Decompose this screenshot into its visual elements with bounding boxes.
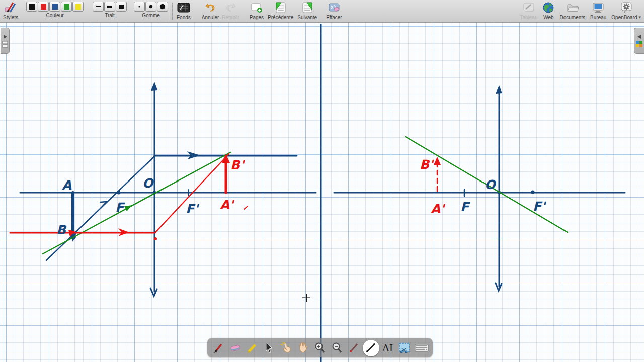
capture-icon <box>398 342 411 354</box>
undo-button[interactable]: Annuler <box>202 2 219 20</box>
pan-tool-button[interactable] <box>295 340 311 356</box>
central-ray-green <box>43 152 230 254</box>
next-page-icon <box>301 2 313 14</box>
stroke-thin-button[interactable] <box>93 2 104 12</box>
color-yellow-button[interactable] <box>72 2 84 12</box>
label-B-prime: B' <box>230 158 245 172</box>
pens-icon <box>4 2 18 14</box>
backgrounds-icon <box>177 2 190 14</box>
text-tool-glyph: AI <box>382 342 393 353</box>
crosshair-cursor <box>302 294 310 302</box>
board-mode-button[interactable]: Tableau <box>520 2 537 20</box>
expand-right-icon <box>3 34 8 39</box>
pen-icon <box>212 342 224 354</box>
right-label-F: F <box>460 200 470 214</box>
left-lens-up-arrow <box>151 82 157 90</box>
next-page-button[interactable]: Suivante <box>297 2 317 20</box>
separator <box>172 3 173 20</box>
eraser-tool-button[interactable] <box>227 340 244 356</box>
redo-button[interactable]: Rétablir <box>222 2 239 20</box>
left-lens-diagram: A B O F F' B' A' <box>10 82 316 296</box>
right-lens-diagram: O F F' B' A' <box>334 85 625 291</box>
label-B: B <box>56 223 67 237</box>
pages-button[interactable]: Pages <box>250 2 264 20</box>
marker-tool-button[interactable] <box>244 340 261 356</box>
top-toolbar: Stylets Couleur Trait <box>0 0 644 23</box>
pen-tool-button[interactable] <box>210 340 226 356</box>
eraser-medium-button[interactable] <box>145 2 156 12</box>
previous-page-icon <box>275 2 287 14</box>
globe-icon <box>542 2 554 14</box>
zoom-out-icon <box>331 342 343 354</box>
line-tool-button[interactable] <box>363 340 379 356</box>
marker-icon <box>246 342 258 354</box>
documents-button[interactable]: Documents <box>559 2 585 20</box>
color-green-button[interactable] <box>61 2 72 12</box>
cursor-arrow-icon <box>264 342 274 353</box>
label-A-prime: A' <box>220 198 234 212</box>
right-label-A-prime: A' <box>431 202 445 216</box>
zoom-in-tool-button[interactable] <box>311 340 328 356</box>
pointing-finger-icon <box>280 341 293 354</box>
incident-ray-arrowhead <box>100 202 107 208</box>
zoom-in-icon <box>314 342 326 354</box>
right-lens-up-arrow <box>496 85 502 94</box>
stylus-palette: AI <box>207 338 433 357</box>
stroke-medium-button[interactable] <box>104 2 115 12</box>
capture-tool-button[interactable] <box>396 340 413 356</box>
color-black-button[interactable] <box>26 2 37 12</box>
stroke-thick-button[interactable] <box>116 2 127 12</box>
expand-left-icon <box>637 34 642 39</box>
yellow-swatch <box>75 4 81 10</box>
erase-all-button[interactable]: Effacer <box>326 2 342 20</box>
web-button[interactable]: Web <box>542 2 554 20</box>
right-label-F-prime: F' <box>533 199 546 214</box>
red-swatch <box>41 4 46 10</box>
keyboard-tool-button[interactable] <box>414 340 430 356</box>
library-drawer-tab[interactable] <box>634 28 644 54</box>
label-O: O <box>142 176 154 191</box>
laser-pointer-icon <box>348 342 360 354</box>
stroke-width-group: Trait <box>93 2 127 18</box>
selector-tool-button[interactable] <box>261 340 277 356</box>
undo-icon <box>204 2 217 14</box>
eraser-small-button[interactable] <box>134 2 145 12</box>
eraser-size-group: Gomme <box>134 2 168 18</box>
folder-icon <box>566 2 579 14</box>
label-A: A <box>62 178 72 193</box>
erase-all-icon <box>328 2 341 14</box>
page-list-icon <box>2 41 8 48</box>
text-tool-button[interactable]: AI <box>379 340 396 356</box>
laser-tool-button[interactable] <box>346 340 362 356</box>
black-swatch <box>29 4 35 10</box>
library-mini-icons <box>636 41 642 47</box>
label-F-prime: F' <box>186 202 199 216</box>
zoom-out-tool-button[interactable] <box>329 340 345 356</box>
previous-page-button[interactable]: Précédente <box>268 2 293 20</box>
right-Fprime-dot <box>531 191 535 194</box>
redo-icon <box>224 2 237 14</box>
ink-layer: A B O F F' B' A' O F F' B' A' <box>0 0 644 362</box>
left-drawer-tab[interactable] <box>1 28 10 54</box>
eraser-large-button[interactable] <box>157 2 168 12</box>
color-group: Couleur <box>26 2 84 18</box>
board-icon <box>522 2 535 14</box>
red-dot-under-lens <box>154 237 157 240</box>
openboard-window: A B O F F' B' A' O F F' B' A' <box>0 0 644 362</box>
line-icon <box>365 342 377 354</box>
desktop-button[interactable]: Bureau <box>590 2 606 20</box>
openboard-caret-icon: ▾ <box>638 15 641 20</box>
color-blue-button[interactable] <box>49 2 60 12</box>
backgrounds-button[interactable]: Fonds <box>177 2 191 20</box>
openboard-menu-button[interactable]: OpenBoard ▾ <box>611 2 641 20</box>
settings-gear-icon <box>620 2 633 14</box>
small-red-tick <box>244 206 248 209</box>
stylets-button[interactable]: Stylets <box>3 2 18 20</box>
color-red-button[interactable] <box>38 2 49 12</box>
label-F: F <box>115 200 125 215</box>
interact-tool-button[interactable] <box>278 340 294 356</box>
central-ray-arrowhead <box>124 205 132 211</box>
monitor-icon <box>592 2 605 14</box>
hand-icon <box>296 341 309 354</box>
blue-swatch <box>52 4 58 10</box>
